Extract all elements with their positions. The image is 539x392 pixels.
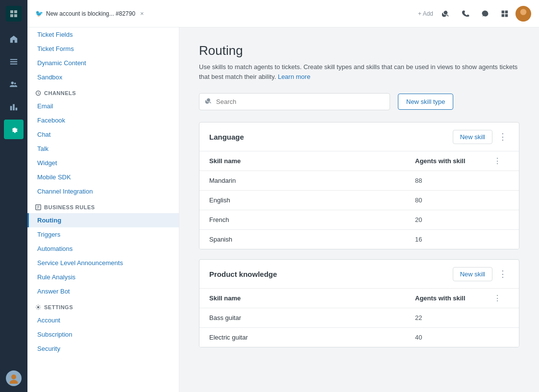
app-body: Ticket Fields Ticket Forms Dynamic Conte…	[27, 27, 539, 392]
sidebar-item-ticket-fields[interactable]: Ticket Fields	[27, 27, 179, 42]
notification-close[interactable]: ×	[140, 10, 144, 17]
sidebar-item-email[interactable]: Email	[27, 99, 179, 113]
skill-card-language-header: Language New skill ⋮	[199, 122, 519, 151]
new-skill-type-button[interactable]: New skill type	[398, 94, 453, 110]
settings-section-header: Settings	[27, 298, 179, 313]
people-icon[interactable]	[4, 74, 24, 94]
search-icon	[205, 98, 212, 106]
icon-bar	[0, 0, 27, 392]
search-and-action-bar: New skill type	[199, 93, 519, 110]
agents-count-bass-guitar: 22	[415, 314, 493, 321]
agents-count-english: 80	[415, 196, 493, 204]
grid-icon-button[interactable]	[496, 5, 514, 23]
agents-count-french: 20	[415, 216, 493, 223]
sidebar-item-security[interactable]: Security	[27, 342, 179, 356]
product-knowledge-table-header: Skill name Agents with skill ⋮	[199, 289, 519, 308]
sidebar-item-channel-integration[interactable]: Channel Integration	[27, 184, 179, 198]
app-header: 🐦 New account is blocking... #82790 × + …	[27, 0, 539, 27]
svg-point-6	[37, 306, 40, 309]
sidebar-item-dynamic-content[interactable]: Dynamic Content	[27, 56, 179, 70]
list-icon[interactable]	[4, 52, 24, 72]
agents-with-skill-column-header: Agents with skill	[415, 157, 493, 165]
chat-icon-button[interactable]	[476, 5, 494, 23]
skill-card-product-knowledge-title: Product knowledge	[209, 270, 449, 278]
sidebar-item-routing[interactable]: Routing	[27, 213, 179, 227]
header-avatar[interactable]	[515, 6, 531, 22]
agents-count-electric-guitar: 40	[415, 334, 493, 341]
skill-name-column-header: Skill name	[209, 157, 415, 165]
chart-icon[interactable]	[4, 97, 24, 117]
skill-name-bass-guitar: Bass guitar	[209, 314, 415, 321]
product-knowledge-new-skill-button[interactable]: New skill	[453, 267, 492, 281]
action-column-header: ⋮	[493, 156, 509, 166]
pk-skill-name-column-header: Skill name	[209, 294, 415, 302]
channels-section-header: Channels	[27, 84, 179, 99]
business-rules-section-header: Business Rules	[27, 198, 179, 213]
skill-name-english: English	[209, 196, 415, 204]
sidebar-item-account[interactable]: Account	[27, 313, 179, 327]
learn-more-link[interactable]: Learn more	[278, 73, 310, 80]
language-skill-mandarin: Mandarin 88	[199, 171, 519, 191]
sidebar-item-ticket-forms[interactable]: Ticket Forms	[27, 42, 179, 56]
user-avatar[interactable]	[6, 370, 22, 386]
sidebar-item-automations[interactable]: Automations	[27, 242, 179, 256]
sidebar-item-talk[interactable]: Talk	[27, 142, 179, 156]
home-icon[interactable]	[4, 29, 24, 49]
phone-icon-button[interactable]	[457, 5, 474, 23]
notification-bar: 🐦 New account is blocking... #82790 ×	[35, 10, 410, 17]
ticket-management-section: Ticket Fields Ticket Forms Dynamic Conte…	[27, 27, 179, 84]
sidebar-item-rule-analysis[interactable]: Rule Analysis	[27, 270, 179, 284]
search-input[interactable]	[216, 98, 384, 105]
sidebar-item-chat[interactable]: Chat	[27, 127, 179, 142]
svg-point-0	[11, 374, 16, 379]
column-menu-icon[interactable]: ⋮	[493, 157, 501, 165]
skill-card-language: Language New skill ⋮ Skill name Agents w…	[199, 122, 519, 249]
skill-name-spanish: Spanish	[209, 236, 415, 243]
app-logo[interactable]	[6, 6, 22, 22]
header-right-icons	[437, 5, 531, 23]
skill-card-product-knowledge: Product knowledge New skill ⋮ Skill name…	[199, 259, 519, 347]
pk-action-column-header: ⋮	[493, 294, 509, 303]
svg-point-1	[10, 380, 18, 384]
skill-name-french: French	[209, 216, 415, 223]
skill-name-electric-guitar: Electric guitar	[209, 334, 415, 341]
settings-icon[interactable]	[4, 120, 24, 139]
sidebar: Ticket Fields Ticket Forms Dynamic Conte…	[27, 27, 179, 392]
language-menu-button[interactable]: ⋮	[496, 129, 509, 144]
search-box[interactable]	[199, 93, 390, 110]
sidebar-item-facebook[interactable]: Facebook	[27, 113, 179, 127]
language-skill-english: English 80	[199, 191, 519, 210]
skill-name-mandarin: Mandarin	[209, 177, 415, 184]
sidebar-item-mobile-sdk[interactable]: Mobile SDK	[27, 170, 179, 184]
sidebar-item-sla[interactable]: Service Level Announcements	[27, 256, 179, 270]
twitter-icon: 🐦	[35, 10, 43, 17]
language-new-skill-button[interactable]: New skill	[453, 130, 492, 144]
page-description: Use skills to match agents to tickets. C…	[199, 62, 519, 81]
svg-point-3	[518, 16, 529, 21]
agents-count-spanish: 16	[415, 236, 493, 243]
sidebar-item-triggers[interactable]: Triggers	[27, 227, 179, 242]
language-skill-french: French 20	[199, 210, 519, 230]
agents-count-mandarin: 88	[415, 177, 493, 184]
sidebar-item-answer-bot[interactable]: Answer Bot	[27, 284, 179, 298]
sidebar-item-subscription[interactable]: Subscription	[27, 327, 179, 342]
main-content: Routing Use skills to match agents to ti…	[179, 27, 539, 392]
language-table-header: Skill name Agents with skill ⋮	[199, 151, 519, 171]
skill-card-product-knowledge-header: Product knowledge New skill ⋮	[199, 260, 519, 289]
pk-agents-with-skill-column-header: Agents with skill	[415, 294, 493, 302]
skill-card-language-title: Language	[209, 133, 449, 141]
sidebar-item-sandbox[interactable]: Sandbox	[27, 70, 179, 84]
product-knowledge-menu-button[interactable]: ⋮	[496, 267, 509, 281]
search-icon-button[interactable]	[437, 5, 455, 23]
notification-text: New account is blocking... #82790	[46, 10, 135, 17]
svg-point-2	[520, 9, 527, 15]
sidebar-item-widget[interactable]: Widget	[27, 156, 179, 170]
add-button[interactable]: + Add	[418, 10, 433, 17]
language-skill-spanish: Spanish 16	[199, 230, 519, 249]
pk-column-menu-icon[interactable]: ⋮	[493, 294, 501, 302]
pk-skill-electric-guitar: Electric guitar 40	[199, 328, 519, 347]
pk-skill-bass-guitar: Bass guitar 22	[199, 308, 519, 328]
page-title: Routing	[199, 43, 519, 58]
